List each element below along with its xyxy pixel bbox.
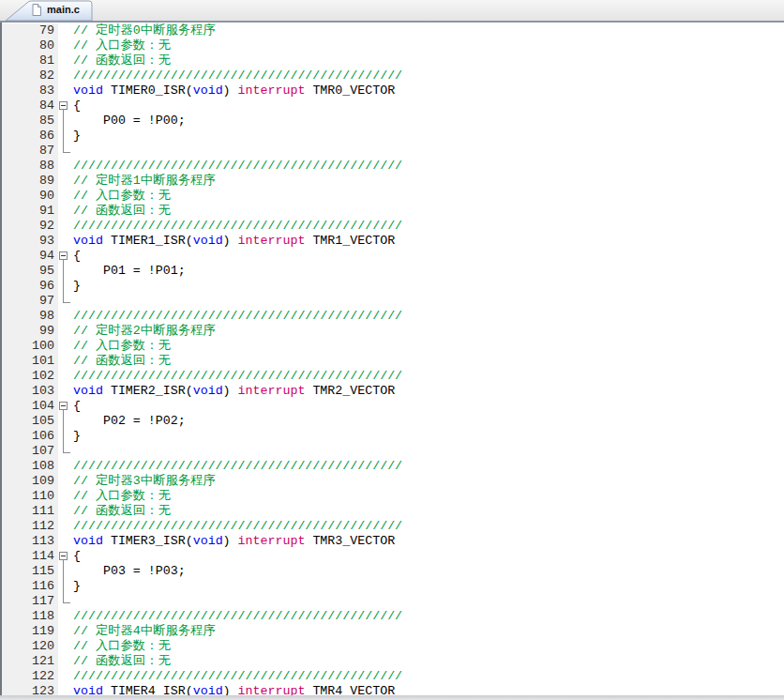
code-line[interactable]: 84{ — [2, 99, 784, 114]
code-line[interactable]: 91// 函数返回：无 — [2, 204, 784, 219]
code-text[interactable]: P03 = !P03; — [73, 564, 784, 579]
code-line[interactable]: 95 P01 = !P01; — [2, 264, 784, 279]
code-line[interactable]: 104{ — [2, 399, 784, 414]
code-text[interactable]: } — [73, 279, 784, 294]
code-line[interactable]: 113void TIMER3_ISR(void) interrupt TMR3_… — [2, 534, 784, 549]
code-text[interactable] — [73, 444, 784, 459]
code-text[interactable]: } — [73, 429, 784, 444]
code-text[interactable]: { — [73, 249, 784, 264]
code-token: // 函数返回：无 — [73, 204, 171, 218]
code-line[interactable]: 115 P03 = !P03; — [2, 564, 784, 579]
code-line[interactable]: 105 P02 = !P02; — [2, 414, 784, 429]
code-line[interactable]: 79// 定时器0中断服务程序 — [2, 23, 784, 38]
fold-collapse-button[interactable] — [58, 399, 73, 414]
code-text[interactable]: // 定时器0中断服务程序 — [73, 23, 784, 38]
fold-collapse-button[interactable] — [58, 549, 73, 564]
code-line[interactable]: 92//////////////////////////////////////… — [2, 219, 784, 234]
code-line[interactable]: 118/////////////////////////////////////… — [2, 609, 784, 624]
code-text[interactable]: // 入口参数：无 — [73, 189, 784, 204]
code-text[interactable]: // 定时器2中断服务程序 — [73, 324, 784, 339]
code-line[interactable]: 106} — [2, 429, 784, 444]
code-text[interactable]: // 函数返回：无 — [73, 504, 784, 519]
code-text[interactable]: void TIMER0_ISR(void) interrupt TMR0_VEC… — [73, 84, 784, 99]
code-text[interactable]: { — [73, 399, 784, 414]
code-line[interactable]: 96} — [2, 279, 784, 294]
code-line[interactable]: 102/////////////////////////////////////… — [2, 369, 784, 384]
code-text[interactable]: void TIMER4_ISR(void) interrupt TMR4_VEC… — [73, 684, 784, 695]
code-text[interactable]: } — [73, 129, 784, 144]
code-text[interactable]: } — [73, 579, 784, 594]
code-line[interactable]: 97 — [2, 294, 784, 309]
code-line[interactable]: 122/////////////////////////////////////… — [2, 669, 784, 684]
code-text[interactable] — [73, 594, 784, 609]
code-token: // 定时器1中断服务程序 — [73, 174, 216, 188]
code-line[interactable]: 87 — [2, 144, 784, 159]
code-text[interactable]: ////////////////////////////////////////… — [73, 309, 784, 324]
code-text[interactable]: P01 = !P01; — [73, 264, 784, 279]
code-line[interactable]: 110// 入口参数：无 — [2, 489, 784, 504]
code-token: void — [73, 234, 103, 248]
code-text[interactable]: ////////////////////////////////////////… — [73, 669, 784, 684]
code-text[interactable]: // 入口参数：无 — [73, 38, 784, 53]
code-line[interactable]: 85 P00 = !P00; — [2, 114, 784, 129]
fold-collapse-button[interactable] — [58, 99, 73, 114]
code-text[interactable]: // 函数返回：无 — [73, 354, 784, 369]
code-line[interactable]: 81// 函数返回：无 — [2, 53, 784, 68]
code-line[interactable]: 90// 入口参数：无 — [2, 189, 784, 204]
code-line[interactable]: 100// 入口参数：无 — [2, 339, 784, 354]
code-text[interactable]: ////////////////////////////////////////… — [73, 459, 784, 474]
code-line[interactable]: 93void TIMER1_ISR(void) interrupt TMR1_V… — [2, 234, 784, 249]
code-text[interactable]: P00 = !P00; — [73, 114, 784, 129]
code-line[interactable]: 94{ — [2, 249, 784, 264]
code-line[interactable]: 116} — [2, 579, 784, 594]
code-text[interactable]: ////////////////////////////////////////… — [73, 609, 784, 624]
code-text[interactable]: // 函数返回：无 — [73, 204, 784, 219]
code-text[interactable] — [73, 144, 784, 159]
code-line[interactable]: 108/////////////////////////////////////… — [2, 459, 784, 474]
code-line[interactable]: 98//////////////////////////////////////… — [2, 309, 784, 324]
code-text[interactable]: { — [73, 99, 784, 114]
code-line[interactable]: 89// 定时器1中断服务程序 — [2, 174, 784, 189]
code-text[interactable]: P02 = !P02; — [73, 414, 784, 429]
code-line[interactable]: 120// 入口参数：无 — [2, 639, 784, 654]
code-line[interactable]: 101// 函数返回：无 — [2, 354, 784, 369]
code-line[interactable]: 123void TIMER4_ISR(void) interrupt TMR4_… — [2, 684, 784, 695]
code-line[interactable]: 111// 函数返回：无 — [2, 504, 784, 519]
code-text[interactable]: // 入口参数：无 — [73, 639, 784, 654]
code-text[interactable]: // 定时器4中断服务程序 — [73, 624, 784, 639]
code-editor[interactable]: 79// 定时器0中断服务程序80// 入口参数：无81// 函数返回：无82/… — [0, 23, 784, 695]
code-text[interactable]: void TIMER1_ISR(void) interrupt TMR1_VEC… — [73, 234, 784, 249]
code-line[interactable]: 119// 定时器4中断服务程序 — [2, 624, 784, 639]
code-line[interactable]: 121// 函数返回：无 — [2, 654, 784, 669]
fold-collapse-button[interactable] — [58, 249, 73, 264]
code-line[interactable]: 82//////////////////////////////////////… — [2, 68, 784, 84]
code-text[interactable]: // 定时器3中断服务程序 — [73, 474, 784, 489]
code-text[interactable]: { — [73, 549, 784, 564]
code-text[interactable]: // 入口参数：无 — [73, 489, 784, 504]
code-text[interactable]: ////////////////////////////////////////… — [73, 68, 784, 84]
code-text[interactable]: // 函数返回：无 — [73, 654, 784, 669]
code-text[interactable]: ////////////////////////////////////////… — [73, 219, 784, 234]
code-line[interactable]: 99// 定时器2中断服务程序 — [2, 324, 784, 339]
code-line[interactable]: 109// 定时器3中断服务程序 — [2, 474, 784, 489]
code-text[interactable]: ////////////////////////////////////////… — [73, 519, 784, 534]
code-line[interactable]: 80// 入口参数：无 — [2, 38, 784, 53]
code-line[interactable]: 117 — [2, 594, 784, 609]
code-text[interactable]: // 入口参数：无 — [73, 339, 784, 354]
code-text[interactable] — [73, 294, 784, 309]
code-text[interactable]: // 定时器1中断服务程序 — [73, 174, 784, 189]
code-text[interactable]: ////////////////////////////////////////… — [73, 369, 784, 384]
code-line[interactable]: 86} — [2, 129, 784, 144]
code-text[interactable]: void TIMER3_ISR(void) interrupt TMR3_VEC… — [73, 534, 784, 549]
code-line[interactable]: 114{ — [2, 549, 784, 564]
line-number: 118 — [2, 609, 58, 624]
code-line[interactable]: 107 — [2, 444, 784, 459]
tab-main-c[interactable]: main.c — [5, 0, 95, 21]
code-text[interactable]: // 函数返回：无 — [73, 53, 784, 68]
code-text[interactable]: ////////////////////////////////////////… — [73, 159, 784, 174]
code-line[interactable]: 103void TIMER2_ISR(void) interrupt TMR2_… — [2, 384, 784, 399]
code-line[interactable]: 88//////////////////////////////////////… — [2, 159, 784, 174]
code-text[interactable]: void TIMER2_ISR(void) interrupt TMR2_VEC… — [73, 384, 784, 399]
code-line[interactable]: 112/////////////////////////////////////… — [2, 519, 784, 534]
code-line[interactable]: 83void TIMER0_ISR(void) interrupt TMR0_V… — [2, 84, 784, 99]
